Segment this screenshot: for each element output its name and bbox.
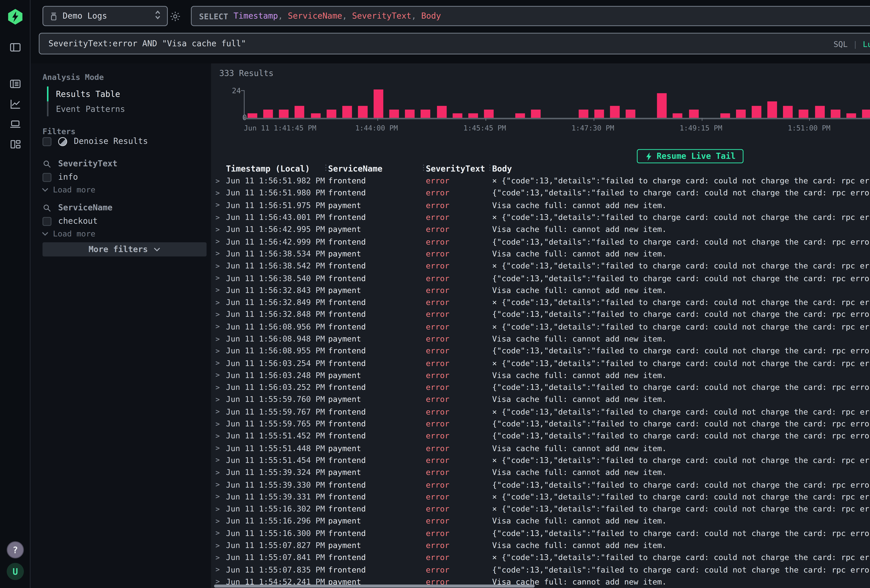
help-button[interactable]: ? xyxy=(7,541,24,558)
histogram-bar[interactable] xyxy=(452,113,462,118)
log-row[interactable]: >Jun 11 1:56:32.849 PMfrontenderror× {"c… xyxy=(214,296,870,308)
log-row[interactable]: >Jun 11 1:56:32.848 PMfrontenderror{"cod… xyxy=(214,308,870,320)
histogram-bar[interactable] xyxy=(830,110,840,118)
row-expand-chevron[interactable]: > xyxy=(214,468,226,476)
row-expand-chevron[interactable]: > xyxy=(214,553,226,561)
column-header-timestamp-local-[interactable]: Timestamp (Local) xyxy=(226,164,328,173)
results-histogram[interactable] xyxy=(244,91,870,119)
log-row[interactable]: >Jun 11 1:55:51.452 PMfrontenderror{"cod… xyxy=(214,430,870,442)
row-expand-chevron[interactable]: > xyxy=(214,420,226,427)
histogram-bar[interactable] xyxy=(657,93,667,118)
select-clause-input[interactable]: SELECT Timestamp, ServiceName, SeverityT… xyxy=(191,6,870,26)
histogram-bar[interactable] xyxy=(279,110,289,118)
row-expand-chevron[interactable]: > xyxy=(214,359,226,367)
filter-option-info[interactable]: info xyxy=(42,172,78,182)
line-chart-icon[interactable] xyxy=(9,98,22,110)
log-row[interactable]: >Jun 11 1:55:16.302 PMfrontenderror× {"c… xyxy=(214,503,870,515)
log-row[interactable]: >Jun 11 1:56:42.995 PMpaymenterrorVisa c… xyxy=(214,223,870,235)
histogram-bar[interactable] xyxy=(752,106,761,118)
histogram-bar[interactable] xyxy=(783,106,793,118)
row-expand-chevron[interactable]: > xyxy=(214,176,226,185)
histogram-bar[interactable] xyxy=(767,101,777,118)
column-drag-handle-icon[interactable]: ⋮ xyxy=(420,163,428,171)
log-row[interactable]: >Jun 11 1:55:59.760 PMpaymenterrorVisa c… xyxy=(214,393,870,405)
log-row[interactable]: >Jun 11 1:55:59.765 PMfrontenderror{"cod… xyxy=(214,418,870,430)
histogram-bar[interactable] xyxy=(862,110,870,118)
histogram-bar[interactable] xyxy=(358,106,368,118)
language-option-lucene[interactable]: Lucene xyxy=(863,39,870,48)
log-row[interactable]: >Jun 11 1:56:38.540 PMfrontenderror{"cod… xyxy=(214,272,870,284)
histogram-bar[interactable] xyxy=(578,110,588,118)
source-selector[interactable]: Demo Logs xyxy=(42,6,168,26)
log-row[interactable]: >Jun 11 1:55:39.331 PMfrontenderror× {"c… xyxy=(214,490,870,503)
log-row[interactable]: >Jun 11 1:55:39.324 PMpaymenterrorVisa c… xyxy=(214,466,870,478)
row-expand-chevron[interactable]: > xyxy=(214,505,226,513)
row-expand-chevron[interactable]: > xyxy=(214,407,226,415)
row-expand-chevron[interactable]: > xyxy=(214,444,226,452)
log-row[interactable]: >Jun 11 1:56:51.975 PMpaymenterrorVisa c… xyxy=(214,199,870,211)
histogram-bar[interactable] xyxy=(326,110,336,118)
tab-event-patterns[interactable]: Event Patterns xyxy=(47,101,125,116)
log-row[interactable]: >Jun 11 1:56:43.001 PMfrontenderror× {"c… xyxy=(214,211,870,223)
denoise-results-row[interactable]: Denoise Results xyxy=(42,136,148,146)
histogram-bar[interactable] xyxy=(736,110,746,118)
row-expand-chevron[interactable]: > xyxy=(214,249,226,258)
histogram-bar[interactable] xyxy=(311,113,320,118)
log-row[interactable]: >Jun 11 1:56:03.248 PMpaymenterrorVisa c… xyxy=(214,369,870,381)
log-row[interactable]: >Jun 11 1:56:51.980 PMfrontenderror{"cod… xyxy=(214,187,870,199)
histogram-bar[interactable] xyxy=(247,113,257,118)
log-row[interactable]: >Jun 11 1:56:03.254 PMfrontenderror× {"c… xyxy=(214,357,870,369)
row-expand-chevron[interactable]: > xyxy=(214,517,226,525)
log-row[interactable]: >Jun 11 1:55:07.827 PMpaymenterrorVisa c… xyxy=(214,539,870,551)
histogram-bar[interactable] xyxy=(720,113,730,118)
filter-option-checkout[interactable]: checkout xyxy=(42,216,98,226)
histogram-bar[interactable] xyxy=(815,106,824,118)
log-row[interactable]: >Jun 11 1:55:16.300 PMfrontenderror{"cod… xyxy=(214,527,870,539)
gear-icon[interactable] xyxy=(169,10,181,22)
row-expand-chevron[interactable]: > xyxy=(214,480,226,488)
histogram-bar[interactable] xyxy=(421,110,431,118)
histogram-bar[interactable] xyxy=(405,110,415,118)
user-avatar[interactable]: U xyxy=(7,563,24,580)
row-expand-chevron[interactable]: > xyxy=(214,310,226,318)
column-header-body[interactable]: Body xyxy=(492,164,870,173)
row-expand-chevron[interactable]: > xyxy=(214,189,226,197)
log-row[interactable]: >Jun 11 1:55:07.841 PMfrontenderror× {"c… xyxy=(214,551,870,563)
histogram-bar[interactable] xyxy=(484,110,494,118)
histogram-bar[interactable] xyxy=(515,113,525,118)
row-expand-chevron[interactable]: > xyxy=(214,492,226,500)
more-filters-button[interactable]: More filters xyxy=(42,242,207,256)
row-expand-chevron[interactable]: > xyxy=(214,334,226,342)
row-expand-chevron[interactable]: > xyxy=(214,213,226,221)
tab-results-table[interactable]: Results Table xyxy=(47,86,125,101)
row-expand-chevron[interactable]: > xyxy=(214,383,226,391)
histogram-bar[interactable] xyxy=(799,110,809,118)
filter-option-checkbox[interactable] xyxy=(42,173,51,182)
histogram-bar[interactable] xyxy=(389,110,399,118)
laptop-icon[interactable] xyxy=(9,118,22,131)
histogram-bar[interactable] xyxy=(689,110,699,118)
horizontal-scrollbar-thumb[interactable] xyxy=(214,585,535,588)
log-row[interactable]: >Jun 11 1:56:38.542 PMfrontenderror× {"c… xyxy=(214,259,870,272)
row-expand-chevron[interactable]: > xyxy=(214,286,226,294)
language-option-sql[interactable]: SQL xyxy=(833,39,848,48)
load-more-button[interactable]: Load more xyxy=(42,229,95,238)
log-row[interactable]: >Jun 11 1:55:39.330 PMfrontenderror{"cod… xyxy=(214,478,870,490)
denoise-checkbox[interactable] xyxy=(42,137,51,146)
log-row[interactable]: >Jun 11 1:56:08.955 PMfrontenderror{"cod… xyxy=(214,345,870,357)
histogram-bar[interactable] xyxy=(626,110,635,118)
log-row[interactable]: >Jun 11 1:56:08.956 PMfrontenderror× {"c… xyxy=(214,320,870,332)
log-row[interactable]: >Jun 11 1:55:07.835 PMfrontenderror{"cod… xyxy=(214,563,870,576)
resume-live-tail-button[interactable]: Resume Live Tail xyxy=(636,149,744,163)
log-row[interactable]: >Jun 11 1:56:08.948 PMpaymenterrorVisa c… xyxy=(214,332,870,345)
row-expand-chevron[interactable]: > xyxy=(214,298,226,306)
histogram-bar[interactable] xyxy=(594,110,604,118)
row-expand-chevron[interactable]: > xyxy=(214,395,226,403)
column-header-servicename[interactable]: ServiceName xyxy=(328,164,426,173)
row-expand-chevron[interactable]: > xyxy=(214,201,226,209)
notebook-icon[interactable] xyxy=(9,77,22,90)
load-more-button[interactable]: Load more xyxy=(42,185,95,194)
log-row[interactable]: >Jun 11 1:56:42.999 PMfrontenderror{"cod… xyxy=(214,235,870,247)
panel-left-icon[interactable] xyxy=(9,41,22,54)
log-row[interactable]: >Jun 11 1:56:51.982 PMfrontenderror× {"c… xyxy=(214,174,870,187)
